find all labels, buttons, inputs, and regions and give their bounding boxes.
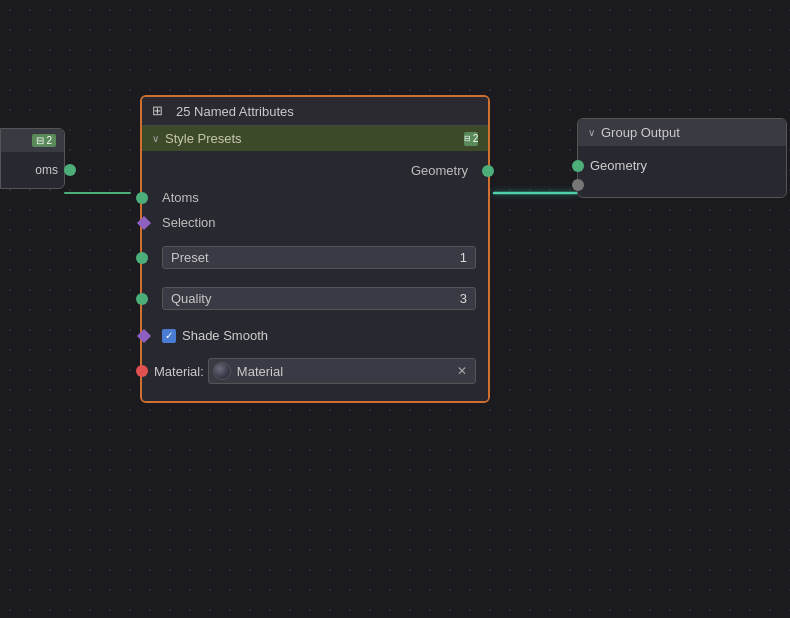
output-geometry-row: Geometry <box>590 154 774 177</box>
geometry-output-socket[interactable] <box>482 165 494 177</box>
material-picker[interactable]: Material ✕ <box>208 358 476 384</box>
socket-count-left: 2 <box>46 135 52 146</box>
selection-label: Selection <box>162 215 215 230</box>
material-sphere-icon <box>213 362 231 380</box>
socket-count-right: 2 <box>473 133 479 144</box>
preset-label: Preset <box>171 250 209 265</box>
socket-icon-left: ⊟ <box>36 135 44 146</box>
style-presets-header[interactable]: ∨ Style Presets ⊟ 2 <box>142 126 488 151</box>
output-extra-row <box>590 181 774 189</box>
material-label: Material: <box>154 364 204 379</box>
group-output-body: Geometry <box>578 146 786 197</box>
material-clear-button[interactable]: ✕ <box>457 364 467 378</box>
geometry-row: Geometry <box>154 159 476 182</box>
shade-smooth-row: ✓ Shade Smooth <box>154 324 476 347</box>
atoms-socket-row: oms <box>11 160 58 180</box>
atoms-partial-label: oms <box>35 163 58 177</box>
style-presets-node: ⊞ 25 Named Attributes ∨ Style Presets ⊟ … <box>140 95 490 403</box>
header-left-group: ∨ Style Presets <box>152 131 242 146</box>
collapse-chevron-icon: ∨ <box>152 133 159 144</box>
quality-field-row: Quality 3 <box>154 279 476 318</box>
quality-input[interactable]: Quality 3 <box>162 287 476 310</box>
preset-input-socket[interactable] <box>136 252 148 264</box>
shade-smooth-checkbox[interactable]: ✓ <box>162 329 176 343</box>
shade-smooth-label: Shade Smooth <box>182 328 268 343</box>
quality-input-socket[interactable] <box>136 293 148 305</box>
geometry-label: Geometry <box>411 163 468 178</box>
group-output-chevron-icon: ∨ <box>588 127 595 138</box>
group-output-extra-socket[interactable] <box>572 179 584 191</box>
header-label: Style Presets <box>165 131 242 146</box>
atoms-input-socket[interactable] <box>136 192 148 204</box>
node-title-bar: ⊞ 25 Named Attributes <box>142 97 488 126</box>
preset-input[interactable]: Preset 1 <box>162 246 476 269</box>
selection-row: Selection <box>154 211 476 234</box>
socket-badge-right: ⊟ 2 <box>464 132 478 146</box>
group-output-geometry-socket[interactable] <box>572 160 584 172</box>
preset-value: 1 <box>460 250 467 265</box>
node-body: Geometry Atoms Selection Preset 1 Qualit… <box>142 151 488 401</box>
atoms-output-socket[interactable] <box>64 164 76 176</box>
selection-diamond-socket[interactable] <box>137 215 151 229</box>
socket-icon-right: ⊟ <box>464 134 471 143</box>
group-output-label: Group Output <box>601 125 680 140</box>
socket-badge-left: ⊟ 2 <box>32 134 56 147</box>
shade-smooth-diamond-socket[interactable] <box>137 328 151 342</box>
atoms-label: Atoms <box>162 190 199 205</box>
material-row: Material: Material ✕ <box>154 353 476 389</box>
output-geometry-label: Geometry <box>590 158 647 173</box>
atoms-partial-node: ⊟ 2 oms <box>0 128 65 189</box>
group-output-header: ∨ Group Output <box>578 119 786 146</box>
material-name: Material <box>237 364 283 379</box>
quality-value: 3 <box>460 291 467 306</box>
material-input-socket[interactable] <box>136 365 148 377</box>
node-title: 25 Named Attributes <box>176 104 294 119</box>
atoms-row: Atoms <box>154 186 476 209</box>
atoms-node-header: ⊟ 2 <box>1 129 64 152</box>
group-output-node: ∨ Group Output Geometry <box>577 118 787 198</box>
checkmark-icon: ✓ <box>165 330 173 341</box>
preset-field-row: Preset 1 <box>154 238 476 277</box>
quality-label: Quality <box>171 291 211 306</box>
grid-icon: ⊞ <box>152 103 168 119</box>
